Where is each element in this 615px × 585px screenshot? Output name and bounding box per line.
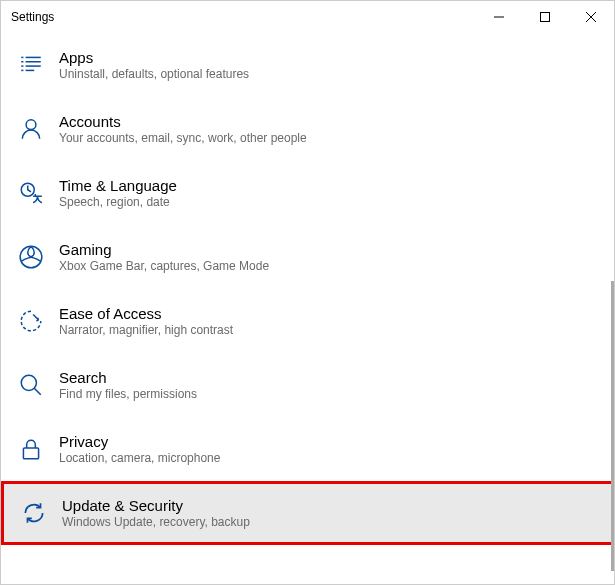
privacy-icon (15, 433, 47, 465)
apps-icon (15, 49, 47, 81)
category-desc: Windows Update, recovery, backup (62, 515, 250, 529)
svg-rect-14 (23, 448, 38, 459)
svg-point-12 (21, 375, 36, 390)
minimize-button[interactable] (476, 1, 522, 33)
category-desc: Find my files, permissions (59, 387, 197, 401)
category-desc: Speech, region, date (59, 195, 177, 209)
scrollbar[interactable] (611, 281, 614, 571)
category-title: Ease of Access (59, 305, 233, 322)
minimize-icon (494, 12, 504, 22)
accounts-icon (15, 113, 47, 145)
category-privacy[interactable]: Privacy Location, camera, microphone (1, 417, 614, 481)
svg-point-9 (26, 120, 36, 130)
window-title: Settings (11, 10, 476, 24)
svg-line-13 (34, 388, 41, 395)
ease-of-access-icon (15, 305, 47, 337)
category-title: Privacy (59, 433, 220, 450)
category-title: Update & Security (62, 497, 250, 514)
maximize-button[interactable] (522, 1, 568, 33)
window-titlebar: Settings (1, 1, 614, 33)
category-gaming[interactable]: Gaming Xbox Game Bar, captures, Game Mod… (1, 225, 614, 289)
svg-rect-0 (541, 13, 550, 22)
category-title: Accounts (59, 113, 307, 130)
category-accounts[interactable]: Accounts Your accounts, email, sync, wor… (1, 97, 614, 161)
category-update-security[interactable]: Update & Security Windows Update, recove… (1, 481, 614, 545)
search-icon (15, 369, 47, 401)
category-desc: Your accounts, email, sync, work, other … (59, 131, 307, 145)
maximize-icon (540, 12, 550, 22)
category-time-language[interactable]: Time & Language Speech, region, date (1, 161, 614, 225)
category-title: Search (59, 369, 197, 386)
category-ease-of-access[interactable]: Ease of Access Narrator, magnifier, high… (1, 289, 614, 353)
category-desc: Uninstall, defaults, optional features (59, 67, 249, 81)
close-icon (586, 12, 596, 22)
category-apps[interactable]: Apps Uninstall, defaults, optional featu… (1, 33, 614, 97)
category-title: Gaming (59, 241, 269, 258)
category-desc: Xbox Game Bar, captures, Game Mode (59, 259, 269, 273)
category-desc: Location, camera, microphone (59, 451, 220, 465)
update-security-icon (18, 497, 50, 529)
gaming-icon (15, 241, 47, 273)
close-button[interactable] (568, 1, 614, 33)
category-title: Time & Language (59, 177, 177, 194)
category-search[interactable]: Search Find my files, permissions (1, 353, 614, 417)
window-controls (476, 1, 614, 33)
settings-categories: Apps Uninstall, defaults, optional featu… (1, 33, 614, 545)
time-language-icon (15, 177, 47, 209)
category-desc: Narrator, magnifier, high contrast (59, 323, 233, 337)
category-title: Apps (59, 49, 249, 66)
